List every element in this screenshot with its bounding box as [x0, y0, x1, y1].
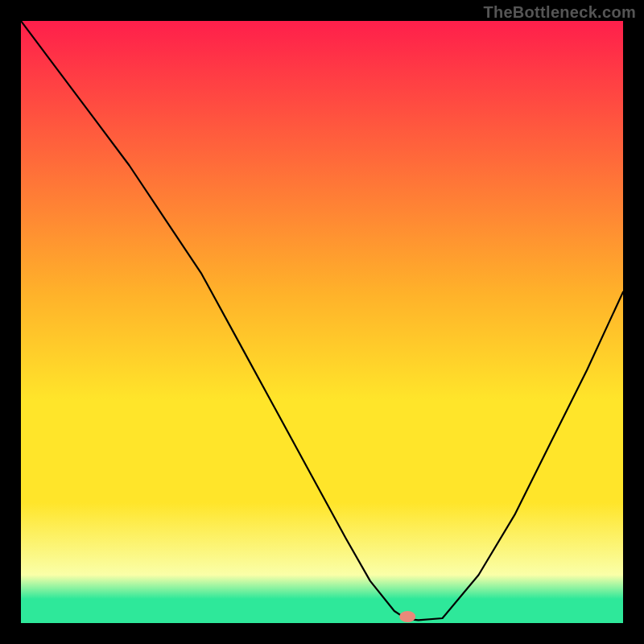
- gradient-background: [21, 21, 623, 623]
- chart-svg: [21, 21, 623, 623]
- minimum-marker: [399, 611, 415, 622]
- chart-stage: TheBottleneck.com: [0, 0, 644, 644]
- plot-area: [21, 21, 623, 623]
- watermark-text: TheBottleneck.com: [483, 3, 636, 22]
